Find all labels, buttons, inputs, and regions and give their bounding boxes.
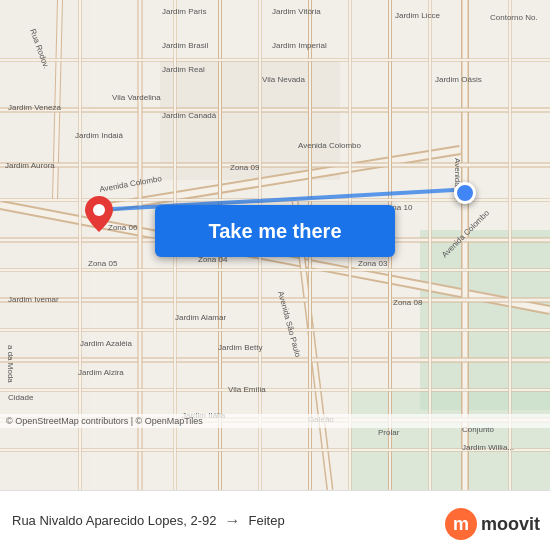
svg-text:Zona 03: Zona 03 bbox=[358, 259, 388, 268]
svg-text:Jardim Ivemar: Jardim Ivemar bbox=[8, 295, 59, 304]
svg-text:Avenida Colombo: Avenida Colombo bbox=[298, 141, 362, 150]
svg-rect-2 bbox=[350, 390, 550, 490]
svg-rect-1 bbox=[420, 230, 550, 410]
svg-text:Jardim Paris: Jardim Paris bbox=[162, 7, 206, 16]
svg-text:Jardim Oásis: Jardim Oásis bbox=[435, 75, 482, 84]
map-container: Jardim Paris Jardim Vitória Jardim Licce… bbox=[0, 0, 550, 490]
svg-text:Jardim Betty: Jardim Betty bbox=[218, 343, 262, 352]
destination-pin bbox=[85, 196, 113, 232]
svg-point-100 bbox=[93, 204, 105, 216]
take-me-there-button[interactable]: Take me there bbox=[155, 205, 395, 257]
bottom-bar: Rua Nivaldo Aparecido Lopes, 2-92 → Feit… bbox=[0, 490, 550, 550]
svg-text:Vila Vardelina: Vila Vardelina bbox=[112, 93, 161, 102]
svg-text:Jardim Willia...: Jardim Willia... bbox=[462, 443, 514, 452]
svg-text:Jardim Brasil: Jardim Brasil bbox=[162, 41, 208, 50]
route-arrow: → bbox=[225, 512, 241, 530]
svg-text:Jardim Canadá: Jardim Canadá bbox=[162, 111, 217, 120]
svg-text:Jardim Real: Jardim Real bbox=[162, 65, 205, 74]
svg-text:Vila Nevada: Vila Nevada bbox=[262, 75, 306, 84]
svg-text:Jardim Veneza: Jardim Veneza bbox=[8, 103, 61, 112]
route-to: Feitep bbox=[249, 513, 285, 528]
svg-text:Vila Emília: Vila Emília bbox=[228, 385, 266, 394]
svg-rect-4 bbox=[160, 60, 340, 180]
svg-text:Jardim Aurora: Jardim Aurora bbox=[5, 161, 55, 170]
svg-text:Cidade: Cidade bbox=[8, 393, 34, 402]
moovit-logo: m moovit bbox=[445, 508, 540, 540]
svg-text:Jardim Indaiá: Jardim Indaiá bbox=[75, 131, 124, 140]
svg-text:Jardim Azaléia: Jardim Azaléia bbox=[80, 339, 133, 348]
map-attribution: © OpenStreetMap contributors | © OpenMap… bbox=[0, 414, 550, 428]
svg-text:Prolar: Prolar bbox=[378, 428, 400, 437]
moovit-logo-text: moovit bbox=[481, 514, 540, 535]
svg-text:Jardim Imperial: Jardim Imperial bbox=[272, 41, 327, 50]
svg-text:Contorno No.: Contorno No. bbox=[490, 13, 538, 22]
current-location-dot bbox=[454, 182, 476, 204]
svg-text:Jardim Licce: Jardim Licce bbox=[395, 11, 440, 20]
svg-text:a da Moda: a da Moda bbox=[6, 345, 15, 383]
route-from: Rua Nivaldo Aparecido Lopes, 2-92 bbox=[12, 513, 217, 528]
svg-text:Jardim Alamar: Jardim Alamar bbox=[175, 313, 226, 322]
svg-text:Zona 05: Zona 05 bbox=[88, 259, 118, 268]
moovit-logo-icon: m bbox=[445, 508, 477, 540]
svg-text:Jardim Vitória: Jardim Vitória bbox=[272, 7, 321, 16]
svg-text:Zona 09: Zona 09 bbox=[230, 163, 260, 172]
svg-text:Jardim Alzira: Jardim Alzira bbox=[78, 368, 124, 377]
svg-text:Zona 08: Zona 08 bbox=[393, 298, 423, 307]
